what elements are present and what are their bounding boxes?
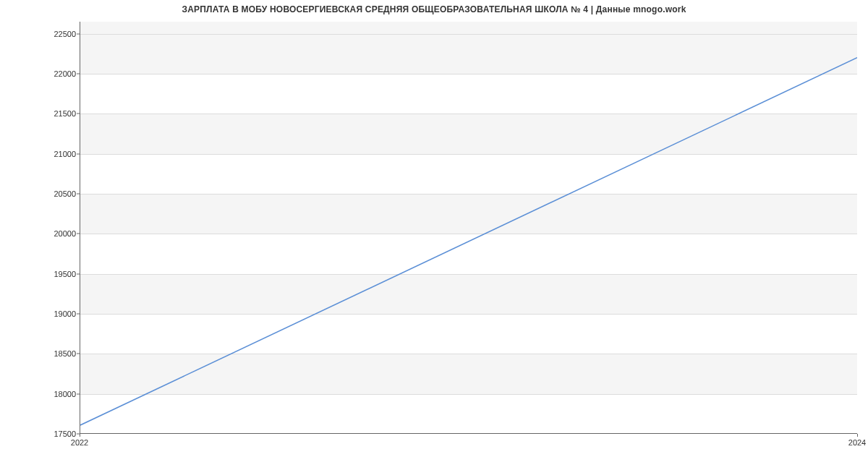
y-tick-label: 20000 <box>11 229 76 238</box>
y-tick-label: 21000 <box>11 150 76 158</box>
chart-title: ЗАРПЛАТА В МОБУ НОВОСЕРГИЕВСКАЯ СРЕДНЯЯ … <box>0 4 868 14</box>
y-tick-label: 19000 <box>11 309 76 318</box>
line-series <box>80 22 857 433</box>
y-tick-label: 21500 <box>11 109 76 118</box>
y-tick-label: 20500 <box>11 189 76 198</box>
y-tick-label: 19500 <box>11 270 76 278</box>
plot-area <box>80 22 857 434</box>
x-tick-label: 2022 <box>71 438 88 447</box>
y-tick-label: 22500 <box>11 30 76 38</box>
y-tick-label: 18000 <box>11 390 76 398</box>
y-tick-label: 17500 <box>11 430 76 438</box>
chart-container: ЗАРПЛАТА В МОБУ НОВОСЕРГИЕВСКАЯ СРЕДНЯЯ … <box>0 0 868 470</box>
y-tick-label: 22000 <box>11 69 76 78</box>
x-tick-label: 2024 <box>848 438 866 447</box>
y-tick-label: 18500 <box>11 349 76 358</box>
